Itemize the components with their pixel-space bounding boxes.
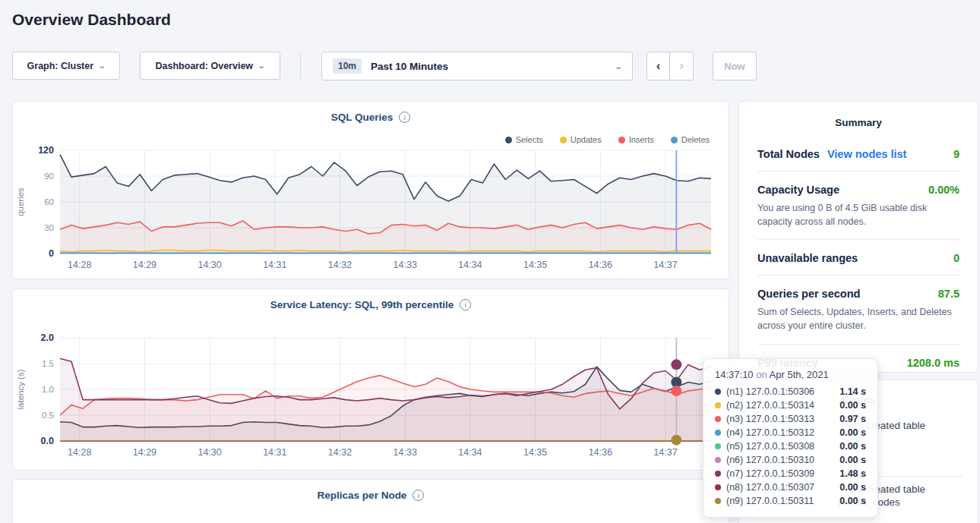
service-latency-panel: Service Latency: SQL, 99th percentile i …: [12, 288, 729, 471]
node-color-dot-icon: [715, 443, 721, 449]
tooltip-node-row: (n5) 127.0.0.1:503080.00 s: [715, 440, 866, 453]
node-latency-value: 0.00 s: [839, 441, 866, 452]
capacity-usage-label: Capacity Usage: [757, 184, 839, 196]
node-address: (n4) 127.0.0.1:50312: [726, 427, 814, 438]
queries-per-second-value: 87.5: [938, 288, 959, 300]
tooltip-node-row: (n4) 127.0.0.1:503120.00 s: [715, 426, 866, 440]
tooltip-timestamp: 14:37:10 on Apr 5th, 2021: [715, 369, 866, 380]
node-address: (n8) 127.0.0.1:50307: [726, 482, 814, 493]
node-color-dot-icon: [715, 416, 721, 422]
svg-text:0.5: 0.5: [42, 411, 54, 420]
svg-text:14:31: 14:31: [263, 260, 286, 270]
time-range-label: Past 10 Minutes: [371, 61, 448, 72]
p99-latency-value: 1208.0 ms: [907, 357, 959, 369]
tooltip-node-row: (n1) 127.0.0.1:503061.14 s: [715, 385, 866, 399]
node-address: (n1) 127.0.0.1:50306: [726, 386, 814, 397]
svg-text:14:35: 14:35: [523, 260, 547, 270]
overview-dashboard-page: Overview Dashboard Graph: Cluster ⌄ Dash…: [0, 0, 980, 523]
queries-per-second-label: Queries per second: [757, 288, 860, 300]
graph-selector-dropdown[interactable]: Graph: Cluster ⌄: [12, 52, 120, 80]
summary-row-unavailable-ranges: Unavailable ranges 0: [757, 240, 959, 276]
svg-text:14:30: 14:30: [198, 447, 221, 458]
node-address: (n5) 127.0.0.1:50308: [726, 441, 814, 452]
svg-text:14:29: 14:29: [133, 260, 156, 270]
sql-queries-panel: SQL Queries i SelectsUpdatesInsertsDelet…: [12, 101, 729, 279]
node-color-dot-icon: [715, 498, 721, 504]
svg-text:14:34: 14:34: [458, 260, 482, 270]
svg-text:14:33: 14:33: [394, 447, 417, 458]
svg-text:0.0: 0.0: [41, 436, 54, 446]
unavailable-ranges-label: Unavailable ranges: [757, 252, 858, 264]
time-prev-button[interactable]: ‹: [646, 52, 670, 80]
tooltip-node-row: (n9) 127.0.0.1:503110.00 s: [715, 494, 866, 508]
svg-text:14:31: 14:31: [263, 447, 286, 458]
page-title: Overview Dashboard: [12, 11, 171, 29]
svg-text:14:36: 14:36: [589, 447, 612, 458]
chevron-down-icon: ⌄: [97, 61, 106, 70]
total-nodes-label: Total Nodes: [757, 148, 820, 160]
node-color-dot-icon: [715, 457, 721, 463]
y-axis-label: latency (s): [16, 369, 25, 409]
legend-item-selects[interactable]: Selects: [505, 135, 543, 144]
svg-text:14:28: 14:28: [68, 447, 91, 458]
time-range-badge: 10m: [333, 58, 362, 74]
tooltip-node-row: (n2) 127.0.0.1:503140.00 s: [715, 399, 866, 412]
svg-text:14:32: 14:32: [328, 447, 352, 458]
info-icon[interactable]: i: [460, 299, 471, 310]
node-latency-value: 0.00 s: [839, 496, 866, 506]
sql-queries-title: SQL Queries: [331, 112, 394, 123]
svg-text:14:33: 14:33: [394, 260, 417, 270]
info-icon[interactable]: i: [399, 112, 410, 123]
svg-text:14:29: 14:29: [133, 447, 156, 458]
legend-dot-icon: [671, 137, 678, 143]
dashboard-selector-label: Dashboard: Overview: [156, 61, 254, 71]
node-address: (n9) 127.0.0.1:50311: [726, 496, 814, 506]
node-color-dot-icon: [715, 430, 721, 436]
node-address: (n6) 127.0.0.1:50310: [726, 455, 814, 465]
svg-text:14:34: 14:34: [458, 447, 482, 458]
legend-item-deletes[interactable]: Deletes: [671, 135, 710, 144]
node-color-dot-icon: [715, 402, 721, 408]
node-latency-value: 0.97 s: [839, 414, 866, 424]
total-nodes-value: 9: [953, 148, 959, 160]
graph-selector-label: Graph: Cluster: [27, 61, 94, 71]
legend-item-updates[interactable]: Updates: [560, 135, 602, 144]
node-latency-value: 0.00 s: [839, 482, 866, 493]
dashboard-selector-dropdown[interactable]: Dashboard: Overview ⌄: [140, 52, 280, 80]
node-latency-value: 0.00 s: [839, 400, 866, 411]
sql-queries-legend: SelectsUpdatesInsertsDeletes: [505, 135, 710, 144]
node-latency-value: 1.14 s: [839, 386, 866, 397]
service-latency-chart[interactable]: 0.00.51.01.52.014:2814:2914:3014:3114:32…: [13, 332, 729, 465]
svg-text:14:37: 14:37: [653, 447, 677, 458]
time-range-selector[interactable]: 10m Past 10 Minutes ⌄: [321, 52, 633, 80]
replicas-per-node-title: Replicas per Node: [318, 490, 407, 501]
capacity-usage-value: 0.00%: [928, 184, 959, 196]
node-color-dot-icon: [715, 471, 721, 477]
unavailable-ranges-value: 0: [953, 252, 959, 264]
legend-item-inserts[interactable]: Inserts: [618, 135, 654, 144]
y-axis-label: queries: [16, 187, 25, 216]
svg-text:14:28: 14:28: [68, 260, 91, 270]
node-latency-value: 0.00 s: [839, 455, 866, 465]
node-latency-value: 1.48 s: [839, 468, 866, 479]
tooltip-node-row: (n3) 127.0.0.1:503130.97 s: [715, 412, 866, 426]
node-color-dot-icon: [715, 389, 721, 395]
node-color-dot-icon: [715, 484, 721, 490]
svg-text:1.0: 1.0: [42, 385, 54, 394]
svg-text:90: 90: [44, 172, 54, 181]
svg-text:1.5: 1.5: [42, 359, 54, 368]
sql-queries-chart[interactable]: 030609012014:2814:2914:3014:3114:3214:33…: [13, 144, 729, 278]
tooltip-node-row: (n6) 127.0.0.1:503100.00 s: [715, 453, 866, 467]
svg-text:14:32: 14:32: [328, 260, 352, 270]
svg-text:2.0: 2.0: [41, 332, 54, 343]
info-icon[interactable]: i: [413, 490, 424, 501]
service-latency-title: Service Latency: SQL, 99th percentile: [270, 299, 454, 310]
tooltip-node-row: (n7) 127.0.0.1:503091.48 s: [715, 467, 866, 480]
summary-row-queries-per-second: Queries per second 87.5 Sum of Selects, …: [757, 276, 959, 344]
chevron-down-icon: ⌄: [257, 61, 266, 70]
node-address: (n3) 127.0.0.1:50313: [726, 414, 814, 424]
svg-text:60: 60: [44, 197, 54, 206]
legend-dot-icon: [560, 137, 567, 143]
view-nodes-list-link[interactable]: View nodes list: [827, 148, 907, 160]
svg-text:14:30: 14:30: [198, 260, 221, 270]
